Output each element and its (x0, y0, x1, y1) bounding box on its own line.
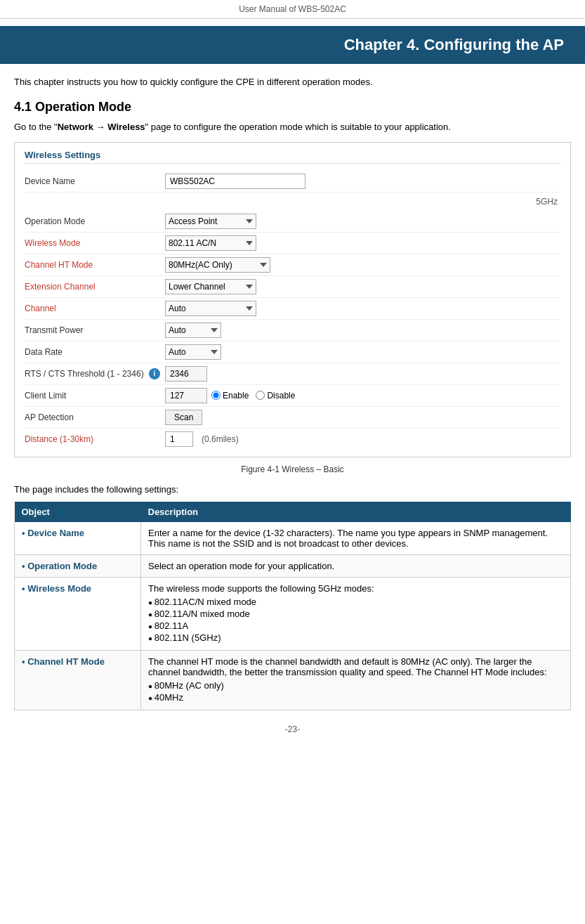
device-name-control (165, 174, 560, 189)
table-row: • Channel HT Mode The channel HT mode is… (15, 650, 571, 710)
table-cell-desc: Select an operation mode for your applic… (141, 554, 571, 577)
list-item: 802.11A (148, 620, 563, 631)
distance-label: Distance (1-30km) (25, 434, 165, 444)
data-rate-row: Data Rate Auto (25, 341, 560, 363)
page-number: -23- (285, 724, 300, 734)
disable-radio[interactable] (256, 391, 265, 400)
client-limit-radio-group: Enable Disable (211, 391, 295, 401)
device-name-label: Device Name (25, 176, 165, 186)
wireless-mode-select[interactable]: 802.11 AC/N 802.11 A/N 802.11 A 802.11 N… (165, 235, 256, 251)
info-icon: i (149, 368, 160, 379)
client-limit-control: Enable Disable (165, 388, 560, 403)
table-col2: Description (141, 502, 571, 522)
wireless-mode-control: 802.11 AC/N 802.11 A/N 802.11 A 802.11 N… (165, 235, 560, 251)
wireless-box-title: Wireless Settings (25, 150, 560, 164)
table-cell-object: • Operation Mode (15, 554, 141, 577)
disable-label[interactable]: Disable (256, 391, 295, 401)
channel-ht-row: Channel HT Mode 80MHz(AC Only) 40MHz 20M… (25, 254, 560, 276)
distance-row: Distance (1-30km) (0.6miles) (25, 429, 560, 450)
list-item: 80MHz (AC only) (148, 680, 563, 691)
wireless-mode-row: Wireless Mode 802.11 AC/N 802.11 A/N 802… (25, 233, 560, 254)
distance-note: (0.6miles) (202, 434, 239, 444)
transmit-power-row: Transmit Power Auto High Medium Low (25, 320, 560, 341)
wireless-settings-box: Wireless Settings Device Name 5GHz Opera… (14, 142, 571, 457)
data-rate-select[interactable]: Auto (165, 344, 221, 360)
scan-button[interactable]: Scan (165, 410, 202, 425)
section-41-title: 4.1 Operation Mode (0, 100, 585, 115)
settings-table: Object Description • Device Name Enter a… (14, 502, 571, 710)
data-rate-label: Data Rate (25, 347, 165, 357)
page-note: The page includes the following settings… (0, 484, 585, 495)
table-cell-object: • Wireless Mode (15, 577, 141, 650)
header-title: User Manual of WBS-502AC (239, 4, 346, 14)
list-item: 40MHz (148, 692, 563, 703)
channel-ht-select[interactable]: 80MHz(AC Only) 40MHz 20MHz (165, 257, 270, 273)
distance-control: (0.6miles) (165, 431, 560, 447)
wireless-mode-bullets: 802.11AC/N mixed mode 802.11A/N mixed mo… (148, 597, 563, 643)
enable-radio[interactable] (211, 391, 221, 400)
client-limit-label: Client Limit (25, 391, 165, 401)
table-cell-desc: The wireless mode supports the following… (141, 577, 571, 650)
channel-row: Channel Auto 36 40 44 48 (25, 298, 560, 320)
channel-label: Channel (25, 304, 165, 313)
data-rate-control: Auto (165, 344, 560, 360)
intro-text: This chapter instructs you how to quickl… (0, 75, 585, 90)
list-item: 802.11AC/N mixed mode (148, 597, 563, 607)
ap-detection-control: Scan (165, 410, 560, 425)
enable-label[interactable]: Enable (211, 391, 249, 401)
channel-ht-control: 80MHz(AC Only) 40MHz 20MHz (165, 257, 560, 273)
freq-row: 5GHz (25, 193, 560, 211)
extension-channel-row: Extension Channel Lower Channel Upper Ch… (25, 276, 560, 298)
table-cell-desc: Enter a name for the device (1-32 charac… (141, 522, 571, 555)
table-row: • Wireless Mode The wireless mode suppor… (15, 577, 571, 650)
rts-input[interactable] (165, 366, 207, 382)
rts-control (165, 366, 560, 382)
rts-label: RTS / CTS Threshold (1 - 2346) i (25, 368, 165, 379)
chapter-title: Chapter 4. Configuring the AP (0, 26, 585, 64)
page-footer: -23- (0, 724, 585, 741)
table-row: • Device Name Enter a name for the devic… (15, 522, 571, 555)
operation-mode-select[interactable]: Access Point Client WDS (165, 214, 256, 229)
table-cell-object: • Channel HT Mode (15, 650, 141, 710)
distance-input[interactable] (165, 431, 193, 447)
channel-ht-label: Channel HT Mode (25, 260, 165, 270)
operation-mode-control: Access Point Client WDS (165, 214, 560, 229)
ap-detection-label: AP Detection (25, 412, 165, 422)
page-header: User Manual of WBS-502AC (0, 0, 585, 19)
figure-caption: Figure 4-1 Wireless – Basic (0, 464, 585, 474)
transmit-power-label: Transmit Power (25, 325, 165, 335)
extension-channel-control: Lower Channel Upper Channel (165, 279, 560, 294)
operation-mode-label: Operation Mode (25, 216, 165, 226)
list-item: 802.11N (5GHz) (148, 632, 563, 643)
extension-channel-label: Extension Channel (25, 282, 165, 292)
device-name-input[interactable] (165, 174, 305, 189)
table-cell-object: • Device Name (15, 522, 141, 555)
transmit-power-control: Auto High Medium Low (165, 323, 560, 338)
client-limit-row: Client Limit Enable Disable (25, 385, 560, 407)
transmit-power-select[interactable]: Auto High Medium Low (165, 323, 221, 338)
table-cell-desc: The channel HT mode is the channel bandw… (141, 650, 571, 710)
rts-row: RTS / CTS Threshold (1 - 2346) i (25, 363, 560, 385)
operation-mode-row: Operation Mode Access Point Client WDS (25, 211, 560, 233)
wireless-mode-label: Wireless Mode (25, 238, 165, 248)
channel-select[interactable]: Auto 36 40 44 48 (165, 301, 256, 316)
list-item: 802.11A/N mixed mode (148, 609, 563, 619)
client-limit-input[interactable] (165, 388, 207, 403)
extension-channel-select[interactable]: Lower Channel Upper Channel (165, 279, 256, 294)
freq-label: 5GHz (165, 197, 560, 207)
device-name-row: Device Name (25, 171, 560, 193)
ap-detection-row: AP Detection Scan (25, 407, 560, 429)
section-41-description: Go to the "Network → Wireless" page to c… (0, 122, 585, 132)
table-row: • Operation Mode Select an operation mod… (15, 554, 571, 577)
table-col1: Object (15, 502, 141, 522)
channel-ht-bullets: 80MHz (AC only) 40MHz (148, 680, 563, 703)
channel-control: Auto 36 40 44 48 (165, 301, 560, 316)
